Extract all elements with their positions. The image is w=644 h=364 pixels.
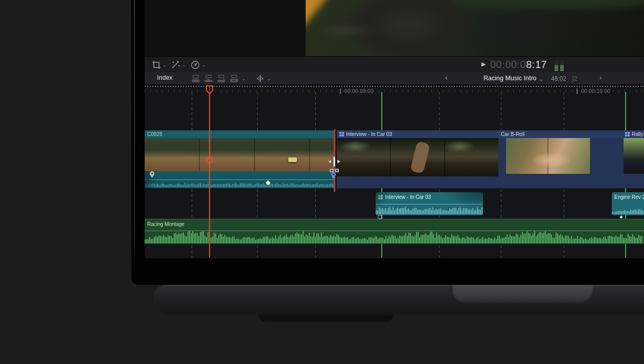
fade-handle-gray-icon[interactable] [150, 171, 154, 177]
multicam-icon [339, 132, 344, 136]
clip-c0928-audio[interactable] [145, 171, 335, 188]
clip-rally-filmstrip [624, 138, 644, 174]
clip-title: Interview - In Car 03 [337, 130, 498, 138]
clip-title: Car B-Roll [498, 130, 623, 138]
append-edit-icon[interactable] [217, 75, 226, 82]
index-button[interactable]: Index [157, 74, 173, 81]
timeline[interactable]: 00:00:08:0000:00:10:00 C0928 [145, 85, 644, 258]
insert-edit-icon[interactable] [204, 75, 214, 82]
fade-out-handle-shade [445, 192, 483, 208]
trim-cursor-icon [326, 155, 343, 177]
connect-edit-icon[interactable] [192, 75, 201, 82]
previous-project-arrow[interactable]: ‹ [445, 74, 447, 81]
crop-chevron-icon[interactable]: ⌄ [163, 63, 167, 67]
clip-interview-video[interactable]: Interview - In Car 03 [337, 130, 498, 188]
motion-glint [316, 28, 377, 33]
screen-edge-highlight [134, 0, 135, 276]
laptop-screen: ⌄ ⌄ ⌄ ▶ 00:00:08:17 Index [131, 0, 644, 285]
timecode-dim: 00:00:0 [490, 59, 526, 70]
duration-partial: )2 [572, 75, 578, 82]
play-button[interactable]: ▶ [481, 61, 486, 67]
clip-title: Engine Rev 2 [612, 192, 644, 201]
rally-car-thumbnail [288, 157, 297, 162]
car-livery-orange [306, 0, 338, 28]
retime-icon[interactable] [190, 60, 200, 70]
trim-tool-icon[interactable] [256, 75, 265, 82]
project-name-dropdown[interactable]: Racing Music Intro [484, 75, 537, 82]
playhead-skimmer-ring[interactable] [206, 156, 213, 164]
driver-arm [410, 141, 430, 174]
crop-icon[interactable] [151, 60, 162, 70]
clip-title: Racing Montage [145, 220, 644, 228]
browser-panel [145, 0, 306, 56]
trim-options-chevron-icon[interactable]: ⌄ [267, 77, 271, 81]
project-chevron-icon[interactable]: ⌄ [539, 77, 543, 82]
multicam-icon [625, 132, 630, 136]
playhead-line[interactable] [209, 86, 210, 258]
next-project-arrow[interactable]: › [600, 74, 602, 81]
audio-meter-right[interactable] [560, 59, 564, 71]
project-duration: 46:02 [551, 75, 566, 82]
clip-c0928[interactable]: C0928 [145, 130, 335, 188]
clip-c0928-filmstrip [145, 138, 335, 171]
playhead-handle[interactable] [205, 85, 214, 95]
fcp-window: ⌄ ⌄ ⌄ ▶ 00:00:08:17 Index [145, 0, 644, 258]
laptop-base [153, 285, 644, 314]
window-glow [444, 140, 475, 153]
window-glow [340, 140, 371, 153]
top-panels [145, 0, 644, 56]
connection-point-dot[interactable] [620, 216, 623, 218]
timecode-display[interactable]: 00:00:08:17 [490, 59, 547, 71]
audio-meter-left[interactable] [555, 59, 558, 71]
dust-cloud [531, 152, 571, 168]
clip-engine-rev[interactable]: Engine Rev 2 [612, 192, 644, 215]
clip-car-broll[interactable]: Car B-Roll [498, 130, 623, 188]
laptop-lid-notch [452, 285, 593, 304]
volume-line[interactable] [145, 179, 335, 180]
car-body-blur [449, 0, 644, 10]
viewer-panel [306, 0, 644, 56]
clip-title: C0928 [145, 130, 335, 138]
enhancements-wand-icon[interactable] [170, 60, 180, 70]
overwrite-edit-icon[interactable] [230, 75, 239, 82]
clip-rally-racer[interactable]: Rally Ra [623, 130, 644, 188]
connection-point-ring[interactable] [378, 215, 382, 219]
timeline-header-bar: Index ⌄ [145, 72, 644, 85]
clip-interview-filmstrip [337, 138, 498, 176]
timecode-bright: 8:17 [526, 59, 547, 70]
clip-broll-filmstrip [506, 137, 590, 174]
clip-interview-audio[interactable]: Interview - In Car 03 [376, 192, 483, 215]
enhancements-chevron-icon[interactable]: ⌄ [182, 63, 186, 67]
retime-chevron-icon[interactable]: ⌄ [202, 63, 206, 67]
toolbar: ⌄ ⌄ ⌄ ▶ 00:00:08:17 [145, 56, 644, 72]
clip-title: Rally Ra [623, 130, 644, 138]
clip-racing-montage[interactable]: Racing Montage [145, 219, 644, 244]
laptop-foot [258, 314, 394, 322]
edit-options-chevron-icon[interactable]: ⌄ [242, 77, 246, 81]
viewer-frame [306, 0, 644, 56]
fade-in-handle-shade [376, 192, 389, 208]
timeline-ruler[interactable]: 00:00:08:0000:00:10:00 [145, 87, 644, 97]
